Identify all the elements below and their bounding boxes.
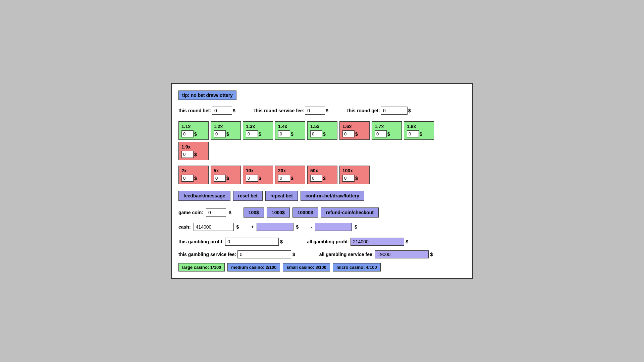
game-coin-input[interactable] (206, 208, 226, 217)
mult-label-1.5x: 1.5x (310, 124, 334, 129)
mult-currency-5x: $ (226, 176, 229, 181)
mult-currency-50x: $ (323, 176, 326, 181)
mult-label-1.9x: 1.9x (181, 144, 206, 149)
multiplier-row1: 1.1x $ 1.2x $ 1.3x $ 1.4x $ 1.5x (178, 121, 466, 160)
mult-input-1.1x[interactable] (181, 130, 194, 137)
round-bet-currency: $ (233, 108, 235, 113)
cash-dollar2: $ (355, 224, 357, 230)
mult-label-20x: 20x (278, 168, 302, 173)
mult-card-1.4x: 1.4x $ (275, 121, 305, 140)
btn-10000[interactable]: 10000$ (292, 207, 318, 218)
all-fee-currency: $ (430, 252, 433, 257)
mult-label-1.7x: 1.7x (375, 124, 399, 129)
cash-row: cash: $ + $ - $ (178, 223, 466, 231)
cash-sub-input[interactable] (315, 223, 352, 231)
mult-label-1.8x: 1.8x (407, 124, 431, 129)
mult-input-1.8x[interactable] (407, 130, 419, 137)
repeat-bet-button[interactable]: repeat bet (265, 191, 298, 201)
refund-button[interactable]: refund-coin/checkout (321, 207, 379, 218)
mult-input-5x[interactable] (214, 175, 226, 182)
mult-input-row-1.3x: $ (246, 130, 270, 137)
mult-currency-1.8x: $ (420, 131, 422, 137)
mult-input-row-1.4x: $ (278, 130, 302, 137)
all-profit-currency: $ (406, 239, 408, 244)
mult-input-1.7x[interactable] (375, 130, 387, 137)
mult-input-row-1.8x: $ (407, 130, 431, 137)
mult-input-1.4x[interactable] (278, 130, 290, 137)
mult-label-10x: 10x (246, 168, 270, 173)
cash-currency: $ (236, 224, 239, 230)
round-get-group: this round get: $ (347, 107, 411, 115)
mult-input-20x[interactable] (278, 175, 290, 182)
mult-currency-20x: $ (291, 176, 293, 181)
mult-input-row-1.5x: $ (310, 130, 334, 137)
round-bet-input[interactable] (212, 107, 232, 115)
mult-currency-100x: $ (355, 176, 358, 181)
mult-input-row-50x: $ (310, 175, 334, 182)
mult-label-1.4x: 1.4x (278, 124, 302, 129)
mult-input-row-1.2x: $ (214, 130, 238, 137)
mult-currency-1.9x: $ (194, 152, 197, 157)
mult-input-row-5x: $ (214, 175, 238, 182)
btn-1000[interactable]: 1000$ (267, 207, 290, 218)
mult-input-row-10x: $ (246, 175, 270, 182)
mult-currency-1.1x: $ (194, 131, 197, 137)
mult-card-2x: 2x $ (178, 166, 209, 184)
reset-bet-button[interactable]: reset bet (233, 191, 263, 201)
round-fee-input[interactable] (305, 107, 325, 115)
casino-badge-1: medium casino: 2/100 (227, 263, 280, 272)
mult-card-1.6x: 1.6x $ (339, 121, 370, 140)
mult-input-1.9x[interactable] (181, 151, 194, 158)
main-panel: tip: no bet draw/lottery this round bet:… (171, 83, 473, 279)
mult-card-5x: 5x $ (211, 166, 241, 184)
mult-input-1.3x[interactable] (246, 130, 258, 137)
mult-input-1.2x[interactable] (214, 130, 226, 137)
mult-card-100x: 100x $ (339, 166, 370, 184)
mult-currency-10x: $ (259, 176, 261, 181)
mult-input-2x[interactable] (181, 175, 194, 182)
mult-label-1.3x: 1.3x (246, 124, 270, 129)
mult-input-row-1.7x: $ (375, 130, 399, 137)
plus-sign: + (251, 224, 254, 230)
mult-input-1.6x[interactable] (342, 130, 355, 137)
all-fee-input[interactable] (375, 250, 429, 258)
mult-input-row-2x: $ (181, 175, 206, 182)
casino-badge-2: small casino: 3/100 (283, 263, 330, 272)
this-profit-input[interactable] (225, 238, 279, 246)
mult-input-1.5x[interactable] (310, 130, 322, 137)
this-profit-currency: $ (280, 239, 283, 244)
this-fee-input[interactable] (237, 250, 291, 258)
all-profit-input[interactable] (351, 238, 404, 246)
round-get-currency: $ (408, 108, 411, 113)
mult-label-100x: 100x (342, 168, 367, 173)
mult-currency-1.6x: $ (355, 131, 358, 137)
cash-dollar1: $ (296, 224, 299, 230)
mult-input-10x[interactable] (246, 175, 258, 182)
mult-currency-1.7x: $ (387, 131, 390, 137)
mult-card-1.1x: 1.1x $ (178, 121, 209, 140)
cash-add-input[interactable] (257, 223, 293, 231)
mult-input-100x[interactable] (342, 175, 355, 182)
round-get-input[interactable] (381, 107, 408, 115)
mult-input-row-20x: $ (278, 175, 302, 182)
cash-label: cash: (178, 224, 191, 230)
this-fee-row: this gambling service fee: $ all gamblin… (178, 250, 466, 258)
tip-box: tip: no bet draw/lottery (178, 90, 236, 100)
game-coin-row: game coin: $ 100$ 1000$ 10000$ refund-co… (178, 207, 466, 218)
btn-100[interactable]: 100$ (244, 207, 264, 218)
mult-input-row-1.6x: $ (342, 130, 367, 137)
all-profit-group: all gambling profit: $ (307, 238, 408, 246)
mult-card-1.8x: 1.8x $ (404, 121, 434, 140)
mult-card-20x: 20x $ (275, 166, 305, 184)
mult-input-50x[interactable] (310, 175, 322, 182)
this-fee-group: this gambling service fee: $ (178, 250, 295, 258)
feedback-button[interactable]: feedback/message (178, 191, 230, 201)
action-buttons-row: feedback/message reset bet repeat bet co… (178, 191, 466, 201)
game-coin-currency: $ (229, 210, 231, 215)
confirm-bet-button[interactable]: confirm-bet/draw/lottery (301, 191, 364, 201)
mult-input-row-100x: $ (342, 175, 367, 182)
mult-card-50x: 50x $ (307, 166, 337, 184)
mult-currency-1.4x: $ (291, 131, 293, 137)
this-fee-label: this gambling service fee: (178, 252, 236, 257)
cash-input[interactable] (194, 223, 234, 231)
